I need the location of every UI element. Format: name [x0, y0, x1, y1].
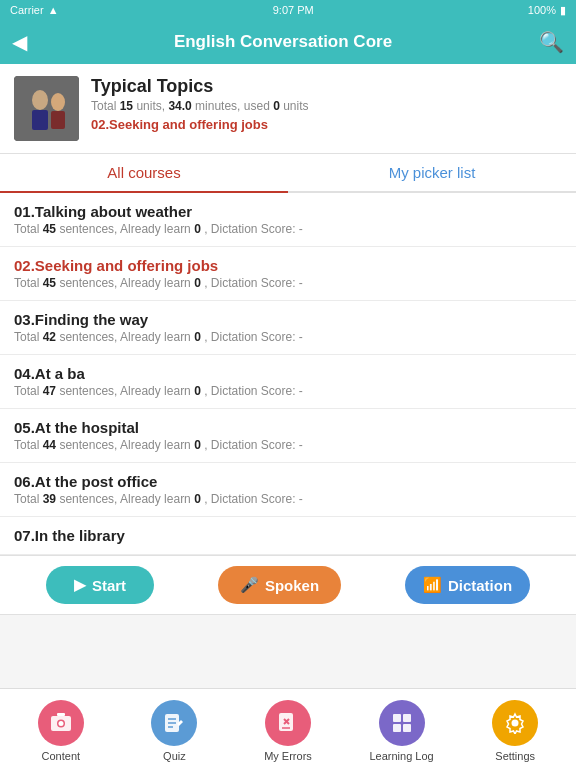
settings-label: Settings: [495, 750, 535, 762]
course-title: 01.Talking about weather: [14, 203, 562, 220]
course-title: 07.In the library: [14, 527, 562, 544]
signal-icon: ▲: [48, 4, 59, 16]
tab-all-courses[interactable]: All courses: [0, 154, 288, 193]
course-title: 03.Finding the way: [14, 311, 562, 328]
course-thumbnail: [14, 76, 79, 141]
course-list: 01.Talking about weatherTotal 45 sentenc…: [0, 193, 576, 555]
bottom-nav: ContentQuizMy ErrorsLearning LogSettings: [0, 688, 576, 768]
course-meta: Total 45 sentences, Already learn 0 , Di…: [14, 222, 562, 236]
nav-title: English Conversation Core: [174, 32, 392, 52]
back-button[interactable]: ◀: [12, 30, 27, 54]
header-card: Typical Topics Total 15 units, 34.0 minu…: [0, 64, 576, 154]
svg-point-1: [32, 90, 48, 110]
content-label: Content: [42, 750, 81, 762]
svg-rect-0: [14, 76, 79, 141]
course-meta: Total 47 sentences, Already learn 0 , Di…: [14, 384, 562, 398]
svg-point-3: [51, 93, 65, 111]
content-icon: [38, 700, 84, 746]
settings-icon: [492, 700, 538, 746]
header-info: Typical Topics Total 15 units, 34.0 minu…: [91, 76, 309, 132]
svg-rect-4: [51, 111, 65, 129]
svg-rect-8: [57, 713, 65, 716]
course-meta: Total 44 sentences, Already learn 0 , Di…: [14, 438, 562, 452]
bottom-nav-item-quiz[interactable]: Quiz: [118, 700, 232, 762]
course-title: 04.At a ba: [14, 365, 562, 382]
course-meta: Total 45 sentences, Already learn 0 , Di…: [14, 276, 562, 290]
svg-rect-2: [32, 110, 48, 130]
course-meta: Total 39 sentences, Already learn 0 , Di…: [14, 492, 562, 506]
course-title: 05.At the hospital: [14, 419, 562, 436]
quiz-icon: [151, 700, 197, 746]
dictation-button[interactable]: 📶 Dictation: [405, 566, 530, 604]
tab-bar: All courses My picker list: [0, 154, 576, 193]
course-meta: Total 42 sentences, Already learn 0 , Di…: [14, 330, 562, 344]
wifi-icon: 📶: [423, 576, 442, 594]
mic-icon: 🎤: [240, 576, 259, 594]
course-item-02[interactable]: 02.Seeking and offering jobsTotal 45 sen…: [0, 247, 576, 301]
course-item-03[interactable]: 03.Finding the wayTotal 42 sentences, Al…: [0, 301, 576, 355]
total-units: 15: [120, 99, 133, 113]
learning-icon: [379, 700, 425, 746]
course-title: 06.At the post office: [14, 473, 562, 490]
spoken-button[interactable]: 🎤 Spoken: [218, 566, 341, 604]
quiz-label: Quiz: [163, 750, 186, 762]
errors-icon: [265, 700, 311, 746]
svg-point-7: [58, 721, 63, 726]
course-item-07[interactable]: 07.In the library: [0, 517, 576, 555]
status-time: 9:07 PM: [273, 4, 314, 16]
search-button[interactable]: 🔍: [539, 30, 564, 54]
used-units: 0: [273, 99, 280, 113]
svg-point-21: [512, 719, 519, 726]
course-name: Typical Topics: [91, 76, 309, 97]
course-item-04[interactable]: 04.At a baTotal 47 sentences, Already le…: [0, 355, 576, 409]
battery-icon: ▮: [560, 4, 566, 17]
course-title: 02.Seeking and offering jobs: [14, 257, 562, 274]
status-carrier: Carrier ▲: [10, 4, 59, 16]
start-button[interactable]: ▶ Start: [46, 566, 154, 604]
errors-label: My Errors: [264, 750, 312, 762]
svg-rect-19: [393, 724, 401, 732]
status-battery: 100% ▮: [528, 4, 566, 17]
course-item-05[interactable]: 05.At the hospitalTotal 44 sentences, Al…: [0, 409, 576, 463]
bottom-nav-item-content[interactable]: Content: [4, 700, 118, 762]
course-item-06[interactable]: 06.At the post officeTotal 39 sentences,…: [0, 463, 576, 517]
learning-label: Learning Log: [369, 750, 433, 762]
nav-bar: ◀ English Conversation Core 🔍: [0, 20, 576, 64]
tab-my-picker-list[interactable]: My picker list: [288, 154, 576, 191]
current-topic: 02.Seeking and offering jobs: [91, 117, 309, 132]
total-minutes: 34.0: [168, 99, 191, 113]
bottom-nav-item-settings[interactable]: Settings: [458, 700, 572, 762]
bottom-nav-item-errors[interactable]: My Errors: [231, 700, 345, 762]
course-meta: Total 15 units, 34.0 minutes, used 0 uni…: [91, 99, 309, 113]
svg-rect-20: [403, 724, 411, 732]
course-item-01[interactable]: 01.Talking about weatherTotal 45 sentenc…: [0, 193, 576, 247]
play-icon: ▶: [74, 576, 86, 594]
status-bar: Carrier ▲ 9:07 PM 100% ▮: [0, 0, 576, 20]
svg-rect-18: [403, 714, 411, 722]
carrier-text: Carrier: [10, 4, 44, 16]
svg-rect-17: [393, 714, 401, 722]
action-buttons: ▶ Start 🎤 Spoken 📶 Dictation: [0, 555, 576, 615]
bottom-nav-item-learning[interactable]: Learning Log: [345, 700, 459, 762]
